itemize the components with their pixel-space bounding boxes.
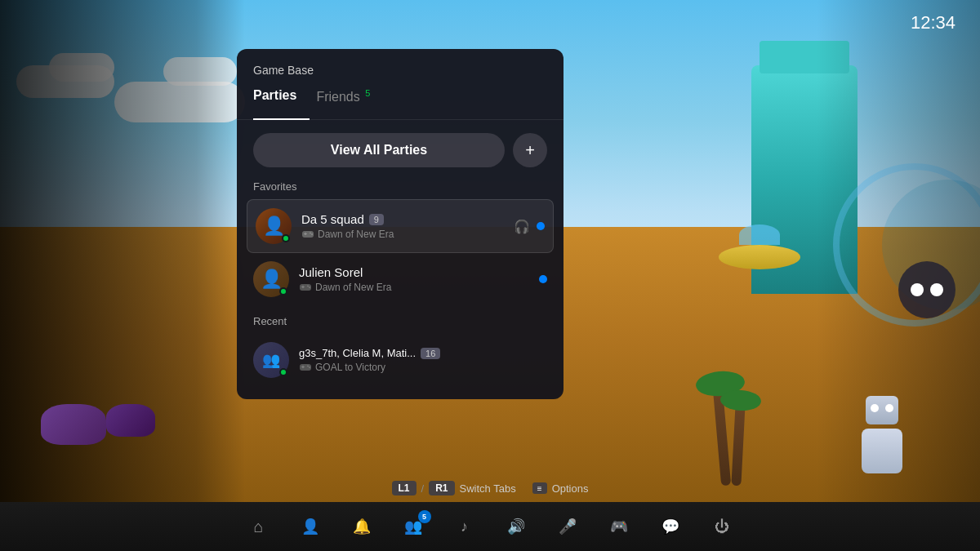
taskbar-volume[interactable]: 🔊	[505, 515, 528, 538]
party-info: Da 5 squad 9 Dawn of New Era	[301, 212, 504, 240]
options-icon: ≡	[532, 482, 547, 494]
robot-decoration	[862, 400, 902, 473]
ufo-decoration	[719, 229, 800, 269]
online-indicator	[282, 234, 290, 242]
taskbar-mic[interactable]: 🎤	[556, 515, 579, 538]
online-indicator	[279, 368, 287, 376]
favorites-label: Favorites	[237, 177, 564, 199]
party-name: Julien Sorel	[299, 265, 363, 279]
svg-rect-2	[305, 233, 306, 235]
taskbar-controller[interactable]: 🎮	[608, 515, 630, 538]
taskbar-notifications[interactable]: 🔔	[350, 515, 373, 538]
controller-icon	[299, 363, 312, 371]
party-item-g3ssquad[interactable]: g3s_7th, Clelia M, Mati... 16 GOAL to Vi…	[237, 334, 564, 386]
party-game: Dawn of New Era	[318, 229, 394, 240]
avatar-wrapper	[253, 342, 289, 378]
taskbar-power[interactable]: ⏻	[710, 515, 733, 538]
party-item-juliensorel[interactable]: Julien Sorel Dawn of New Era	[237, 253, 564, 305]
party-info: Julien Sorel Dawn of New Era	[299, 265, 529, 293]
svg-point-3	[310, 233, 311, 234]
taskbar: ⌂ 👤 🔔 👥 5 ♪ 🔊 🎤 🎮 💬 ⏻	[0, 502, 980, 551]
r1-button: R1	[429, 481, 454, 495]
member-count: 16	[421, 348, 440, 359]
party-item-da5squad[interactable]: Da 5 squad 9 Dawn of New Era 🎧	[247, 199, 554, 253]
svg-point-14	[309, 367, 310, 368]
add-party-button[interactable]: +	[513, 133, 547, 167]
svg-rect-7	[302, 286, 304, 288]
avatar-wrapper	[256, 208, 292, 244]
taskbar-home[interactable]: ⌂	[247, 515, 270, 538]
member-count: 9	[369, 214, 384, 225]
notification-dot	[537, 222, 545, 230]
l1-button: L1	[392, 481, 416, 495]
taskbar-music[interactable]: ♪	[453, 515, 476, 538]
switch-tabs-hint: L1 / R1 Switch Tabs	[392, 481, 516, 495]
voice-icon: 🎧	[514, 219, 530, 234]
online-indicator	[279, 287, 287, 295]
game-base-panel: Game Base Parties Friends 5 View All Par…	[237, 49, 564, 399]
panel-title: Game Base	[237, 49, 564, 83]
svg-point-13	[307, 366, 309, 367]
svg-point-9	[309, 287, 310, 288]
tab-friends[interactable]: Friends 5	[316, 83, 383, 109]
controller-icon	[301, 230, 314, 238]
party-info: g3s_7th, Clelia M, Mati... 16 GOAL to Vi…	[299, 347, 547, 373]
options-label: Options	[552, 482, 589, 495]
taskbar-gamebase[interactable]: 👥 5	[402, 515, 425, 538]
hint-bar: L1 / R1 Switch Tabs ≡ Options	[0, 481, 980, 495]
svg-point-4	[311, 233, 313, 235]
svg-rect-12	[302, 366, 304, 368]
svg-point-8	[307, 286, 309, 287]
action-row: View All Parties +	[237, 120, 564, 177]
party-name: g3s_7th, Clelia M, Mati...	[299, 347, 416, 359]
party-game: GOAL to Victory	[315, 362, 385, 373]
tab-parties[interactable]: Parties	[253, 83, 310, 109]
controller-icon	[299, 283, 312, 291]
clock: 12:34	[911, 12, 956, 33]
tab-bar: Parties Friends 5	[237, 83, 564, 120]
taskbar-social[interactable]: 💬	[659, 515, 682, 538]
taskbar-profile[interactable]: 👤	[299, 515, 322, 538]
avatar-wrapper	[253, 261, 289, 297]
separator: /	[421, 482, 425, 495]
view-all-parties-button[interactable]: View All Parties	[253, 133, 505, 167]
recent-label: Recent	[237, 312, 564, 334]
party-game: Dawn of New Era	[315, 282, 391, 293]
friends-count-badge: 5	[365, 88, 370, 98]
gamebase-badge: 5	[418, 510, 431, 523]
switch-tabs-label: Switch Tabs	[460, 482, 516, 495]
party-name: Da 5 squad	[301, 212, 364, 226]
options-hint: ≡ Options	[532, 482, 589, 495]
notification-dot	[539, 275, 547, 283]
